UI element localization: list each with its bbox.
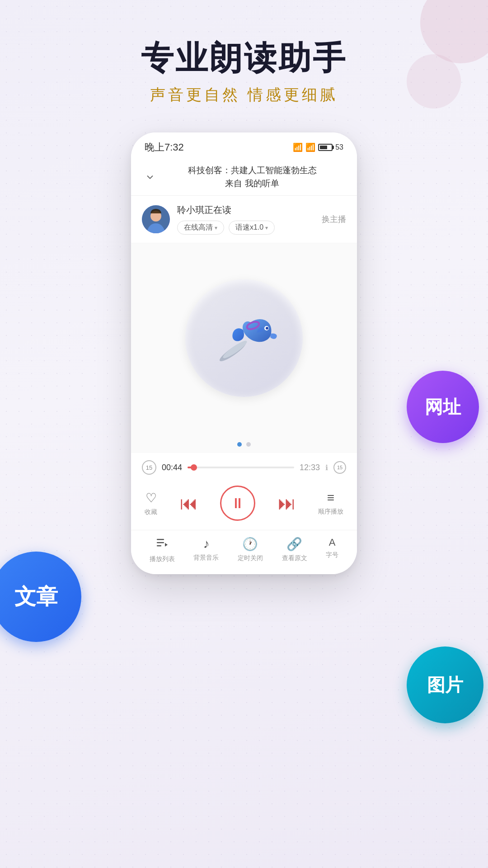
total-time: 12:33 <box>300 463 320 472</box>
link-icon: 🔗 <box>286 537 302 552</box>
status-time: 晚上7:32 <box>145 141 184 154</box>
nav-title-line1: 科技创客：共建人工智能蓬勃生态 <box>158 164 346 177</box>
nav-back-button[interactable] <box>142 169 158 185</box>
signal-icon-2: 📶 <box>305 142 315 152</box>
original-button[interactable]: 🔗 查看原文 <box>282 537 307 563</box>
playlist-icon <box>156 537 169 552</box>
signal-icon-1: 📶 <box>293 142 303 152</box>
battery-fill <box>320 146 327 149</box>
album-circle <box>185 279 303 397</box>
quality-arrow: ▾ <box>215 225 217 231</box>
reader-name: 聆小琪正在读 <box>177 204 314 216</box>
clock-icon: 🕐 <box>242 537 258 552</box>
progress-thumb <box>191 464 197 471</box>
svg-point-3 <box>221 339 249 360</box>
nav-bar: 科技创客：共建人工智能蓬勃生态 来自 我的听单 <box>131 159 357 196</box>
status-icons: 📶 📶 53 <box>293 142 343 152</box>
progress-section: 15 00:44 12:33 ℹ 15 <box>131 453 357 478</box>
prev-button[interactable]: ⏮ <box>180 493 198 514</box>
fab-tupian-label: 图片 <box>427 673 463 698</box>
current-time: 00:44 <box>162 463 182 472</box>
pagination-dot-2[interactable] <box>246 442 251 447</box>
next-button[interactable]: ⏭ <box>278 493 296 514</box>
header-section: 专业朗读助手 声音更自然 情感更细腻 <box>0 0 488 105</box>
dolphin-logo <box>208 302 280 374</box>
playlist-order-label: 顺序播放 <box>318 508 343 516</box>
heart-icon: ♡ <box>145 491 157 505</box>
avatar <box>142 205 170 233</box>
fab-tupian[interactable]: 图片 <box>407 646 483 723</box>
album-area <box>131 243 357 433</box>
progress-bar[interactable] <box>188 467 294 468</box>
font-button[interactable]: A 字号 <box>326 537 338 563</box>
fab-wangzhi[interactable]: 网址 <box>407 371 479 443</box>
timer-skip-icon[interactable]: 15 <box>142 460 156 475</box>
playlist-order-button[interactable]: ≡ 顺序播放 <box>318 491 343 516</box>
font-label: 字号 <box>326 551 338 559</box>
music-button[interactable]: ♪ 背景音乐 <box>193 537 219 563</box>
phone-container: 晚上7:32 📶 📶 53 科技创客：共建人工智能蓬勃生态 来自 我的听单 <box>0 132 488 574</box>
main-title: 专业朗读助手 <box>0 41 488 76</box>
svg-rect-7 <box>157 539 164 540</box>
status-bar: 晚上7:32 📶 📶 53 <box>131 132 357 159</box>
original-label: 查看原文 <box>282 554 307 562</box>
change-host-button[interactable]: 换主播 <box>322 214 346 225</box>
svg-point-5 <box>266 327 268 330</box>
nav-title: 科技创客：共建人工智能蓬勃生态 来自 我的听单 <box>158 164 346 190</box>
playback-controls: ♡ 收藏 ⏮ ⏸ ⏭ ≡ 顺序播放 <box>131 478 357 530</box>
font-icon: A <box>329 537 336 548</box>
reader-tags: 在线高清 ▾ 语速x1.0 ▾ <box>177 221 314 235</box>
speed-tag[interactable]: 语速x1.0 ▾ <box>229 221 275 235</box>
progress-fill <box>188 467 194 468</box>
playlist-order-icon: ≡ <box>327 491 334 505</box>
favorite-button[interactable]: ♡ 收藏 <box>145 491 157 516</box>
info-icon[interactable]: ℹ <box>325 463 328 472</box>
bottom-toolbar: 播放列表 ♪ 背景音乐 🕐 定时关闭 🔗 查看原文 A 字号 <box>131 530 357 574</box>
playlist-label: 播放列表 <box>150 555 175 563</box>
battery-icon <box>318 144 333 151</box>
pagination-dots <box>131 433 357 453</box>
music-icon: ♪ <box>203 537 209 551</box>
playlist-button[interactable]: 播放列表 <box>150 537 175 563</box>
next-icon: ⏭ <box>278 493 296 514</box>
fab-wangzhi-label: 网址 <box>425 395 461 420</box>
svg-rect-9 <box>157 545 161 547</box>
timer-button[interactable]: 🕐 定时关闭 <box>238 537 263 563</box>
prev-icon: ⏮ <box>180 493 198 514</box>
reader-section: 聆小琪正在读 在线高清 ▾ 语速x1.0 ▾ 换主播 <box>131 196 357 243</box>
svg-rect-8 <box>157 542 164 543</box>
nav-title-line2: 来自 我的听单 <box>158 177 346 190</box>
pause-icon: ⏸ <box>230 495 245 512</box>
battery-level: 53 <box>335 143 343 151</box>
play-pause-button[interactable]: ⏸ <box>220 486 255 521</box>
timer-close-label: 定时关闭 <box>238 554 263 562</box>
reader-info: 聆小琪正在读 在线高清 ▾ 语速x1.0 ▾ <box>177 204 314 235</box>
music-label: 背景音乐 <box>193 554 219 562</box>
sub-title: 声音更自然 情感更细腻 <box>0 85 488 105</box>
favorite-label: 收藏 <box>145 508 157 516</box>
pagination-dot-1[interactable] <box>237 442 242 447</box>
speed-chip[interactable]: 15 <box>333 461 346 474</box>
speed-arrow: ▾ <box>265 225 268 231</box>
fab-wenzhang-label: 文章 <box>14 582 58 611</box>
phone-mockup: 晚上7:32 📶 📶 53 科技创客：共建人工智能蓬勃生态 来自 我的听单 <box>131 132 357 574</box>
quality-tag[interactable]: 在线高清 ▾ <box>177 221 224 235</box>
